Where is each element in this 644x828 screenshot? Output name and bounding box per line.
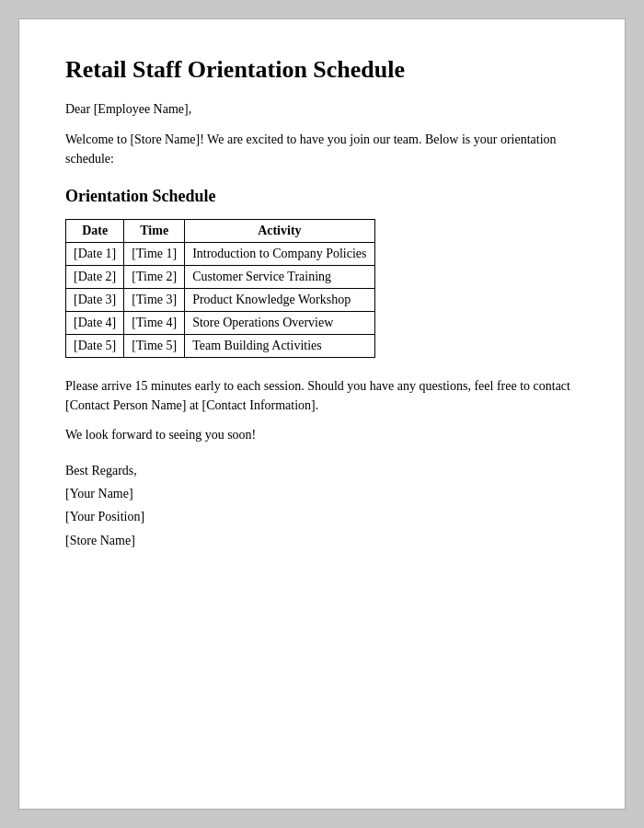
signature-block: Best Regards, [Your Name] [Your Position… bbox=[65, 459, 579, 552]
table-cell-4-1: [Time 5] bbox=[124, 335, 185, 358]
col-header-activity: Activity bbox=[185, 220, 374, 243]
table-header-row: Date Time Activity bbox=[66, 220, 375, 243]
table-cell-3-2: Store Operations Overview bbox=[185, 312, 374, 335]
col-header-date: Date bbox=[66, 220, 124, 243]
greeting-text: Dear [Employee Name], bbox=[65, 102, 579, 117]
table-cell-0-1: [Time 1] bbox=[124, 243, 185, 266]
table-cell-1-2: Customer Service Training bbox=[185, 266, 374, 289]
table-cell-3-1: [Time 4] bbox=[124, 312, 185, 335]
signature-line3: [Your Position] bbox=[65, 505, 579, 528]
table-cell-3-0: [Date 4] bbox=[66, 312, 124, 335]
signature-line2: [Your Name] bbox=[65, 482, 579, 505]
col-header-time: Time bbox=[124, 220, 185, 243]
table-cell-1-0: [Date 2] bbox=[66, 266, 124, 289]
footer-note: Please arrive 15 minutes early to each s… bbox=[65, 376, 579, 415]
document-title: Retail Staff Orientation Schedule bbox=[65, 56, 579, 84]
table-cell-0-0: [Date 1] bbox=[66, 243, 124, 266]
table-cell-4-0: [Date 5] bbox=[66, 335, 124, 358]
orientation-table: Date Time Activity [Date 1][Time 1]Intro… bbox=[65, 219, 375, 358]
table-row: [Date 3][Time 3]Product Knowledge Worksh… bbox=[66, 289, 375, 312]
table-row: [Date 4][Time 4]Store Operations Overvie… bbox=[66, 312, 375, 335]
table-cell-0-2: Introduction to Company Policies bbox=[185, 243, 374, 266]
intro-paragraph: Welcome to [Store Name]! We are excited … bbox=[65, 130, 579, 168]
closing-line: We look forward to seeing you soon! bbox=[65, 428, 579, 443]
table-cell-2-2: Product Knowledge Workshop bbox=[185, 289, 374, 312]
table-cell-4-2: Team Building Activities bbox=[185, 335, 374, 358]
table-row: [Date 2][Time 2]Customer Service Trainin… bbox=[66, 266, 375, 289]
table-row: [Date 1][Time 1]Introduction to Company … bbox=[66, 243, 375, 266]
signature-line1: Best Regards, bbox=[65, 459, 579, 482]
signature-line4: [Store Name] bbox=[65, 529, 579, 552]
schedule-section-title: Orientation Schedule bbox=[65, 187, 579, 206]
table-row: [Date 5][Time 5]Team Building Activities bbox=[66, 335, 375, 358]
table-cell-2-1: [Time 3] bbox=[124, 289, 185, 312]
table-cell-1-1: [Time 2] bbox=[124, 266, 185, 289]
document-page: Retail Staff Orientation Schedule Dear [… bbox=[18, 18, 626, 810]
table-cell-2-0: [Date 3] bbox=[66, 289, 124, 312]
